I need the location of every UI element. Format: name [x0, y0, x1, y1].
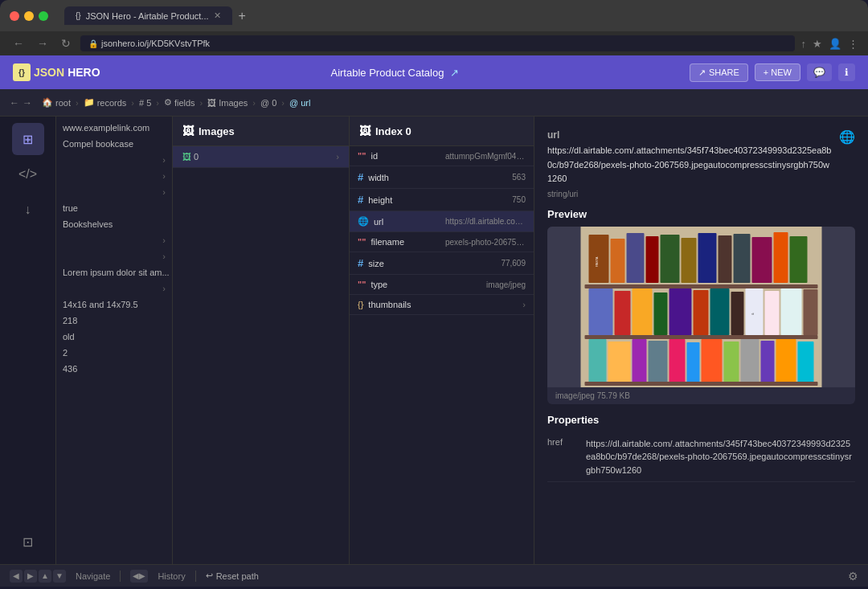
url-breadcrumb-label: url [301, 98, 310, 108]
sidebar-download-button[interactable]: ↓ [12, 194, 44, 226]
field-name-width: width [368, 173, 389, 182]
active-browser-tab[interactable]: {} JSON Hero - Airtable Product... ✕ [64, 6, 232, 25]
images-col-icon: 🖼 [182, 125, 194, 137]
nav-right-button[interactable]: ▶ [24, 570, 37, 583]
explorer-item-arrow-1[interactable] [56, 152, 172, 168]
close-traffic-light[interactable] [10, 11, 19, 21]
tab-title: JSON Hero - Airtable Product... [86, 11, 209, 21]
more-button[interactable]: ⋮ [848, 38, 858, 50]
open-url-button[interactable]: 🌐 [839, 129, 855, 145]
status-divider-1 [120, 571, 121, 582]
share-browser-button[interactable]: ↑ [801, 38, 807, 50]
explorer-item-label: www.examplelink.com [63, 123, 149, 133]
field-icon-size: # [358, 257, 363, 269]
explorer-item-arrow-2[interactable] [56, 168, 172, 184]
field-item-id[interactable]: "" id attumnpGmMgmf04Uz [350, 146, 534, 166]
explorer-item-bookshelves[interactable]: Bookshelves [56, 216, 172, 232]
svg-rect-26 [585, 335, 818, 339]
logo-hero: HERO [68, 66, 100, 79]
explorer-item-label: Lorem ipsum dolor sit am... [63, 268, 170, 277]
images-column: 🖼 Images 🖼 0 › [173, 117, 350, 564]
nav-up-button[interactable]: ▲ [39, 570, 51, 583]
status-bar: ◀ ▶ ▲ ▼ Navigate ◀▶ History ↩ Reset path… [0, 564, 868, 587]
svg-rect-9 [734, 234, 751, 283]
field-item-url[interactable]: 🌐 url https://dl.airtable.com/.attach... [350, 211, 534, 232]
svg-rect-8 [719, 235, 732, 283]
reset-path-label: Reset path [216, 571, 259, 581]
field-item-filename[interactable]: "" filename pexels-photo-2067569.jpeg?..… [350, 232, 534, 252]
field-item-size[interactable]: # size 77,609 [350, 252, 534, 275]
svg-rect-29 [633, 339, 647, 383]
field-item-width[interactable]: # width 563 [350, 166, 534, 189]
field-item-height[interactable]: # height 750 [350, 189, 534, 211]
breadcrumb-images[interactable]: 🖼 Images [207, 98, 248, 108]
breadcrumb-forward-button[interactable]: → [23, 97, 32, 108]
nav-down-button[interactable]: ▼ [53, 570, 66, 583]
images-label: Images [219, 98, 248, 108]
images-item-0[interactable]: 🖼 0 › [173, 146, 349, 168]
field-value-id: attumnpGmMgmf04Uz [445, 152, 526, 161]
app-container: {} JSONHERO Airtable Product Catalog ↗ ↗… [0, 55, 868, 587]
status-settings-button[interactable]: ⚙ [848, 570, 858, 583]
preview-meta: image/jpeg 75.79 KB [547, 387, 855, 404]
thumbnails-arrow: › [522, 300, 526, 309]
breadcrumb-back-button[interactable]: ← [10, 97, 19, 108]
explorer-item-lorem[interactable]: Lorem ipsum dolor sit am... [56, 264, 172, 280]
breadcrumb-5[interactable]: # 5 [139, 98, 151, 108]
records-label: records [97, 98, 127, 108]
tab-close-button[interactable]: ✕ [214, 10, 221, 21]
at-icon-1: @ [260, 98, 269, 108]
sidebar-code-button[interactable]: </> [12, 158, 44, 190]
explorer-item-2[interactable]: 2 [56, 345, 172, 361]
svg-rect-39 [585, 382, 818, 386]
explorer-item-true[interactable]: true [56, 200, 172, 216]
field-value-type: image/jpeg [486, 280, 526, 289]
new-button[interactable]: + NEW [755, 63, 800, 81]
info-button[interactable]: ℹ [838, 63, 855, 81]
field-name-id: id [371, 151, 378, 161]
breadcrumb-records[interactable]: 📁 records [84, 97, 127, 108]
minimize-traffic-light[interactable] [24, 11, 34, 21]
bookmark-button[interactable]: ★ [813, 38, 822, 50]
history-prev-button[interactable]: ◀▶ [130, 570, 148, 583]
explorer-item-arrow-6[interactable] [56, 280, 172, 297]
field-left-height: # height [358, 194, 392, 206]
share-button[interactable]: ↗ SHARE [690, 63, 748, 82]
refresh-button[interactable]: ↻ [58, 35, 74, 51]
breadcrumb-root[interactable]: 🏠 root [42, 97, 71, 108]
explorer-item-14x16[interactable]: 14x16 and 14x79.5 [56, 297, 172, 313]
url-bar[interactable]: 🔒 jsonhero.io/j/KD5KVstvTPfk [80, 35, 795, 51]
discord-button[interactable]: 💬 [807, 63, 832, 81]
breadcrumb-fields[interactable]: ⚙ fields [164, 97, 195, 108]
explorer-item-arrow-4[interactable] [56, 232, 172, 248]
field-icon-filename: "" [358, 237, 366, 247]
detail-panel: url https://dl.airtable.com/.attachments… [534, 117, 868, 564]
forward-button[interactable]: → [34, 35, 51, 51]
explorer-item-old[interactable]: old [56, 329, 172, 345]
field-item-thumbnails[interactable]: {} thumbnails › [350, 295, 534, 315]
profile-button[interactable]: 👤 [829, 38, 841, 50]
at-icon-2: @ [289, 98, 298, 108]
sidebar-grid-button[interactable]: ⊞ [12, 123, 44, 155]
field-item-type[interactable]: "" type image/jpeg [350, 275, 534, 295]
reset-path-button[interactable]: ↩ Reset path [206, 571, 259, 581]
nav-left-button[interactable]: ◀ [10, 570, 23, 583]
fullscreen-traffic-light[interactable] [39, 11, 48, 21]
explorer-item-compel[interactable]: Compel bookcase [56, 136, 172, 152]
breadcrumb-0[interactable]: @ 0 [260, 98, 276, 108]
explorer-item-examplelink[interactable]: www.examplelink.com [56, 120, 172, 136]
prop-key-href: href [547, 437, 579, 477]
field-icon-type: "" [358, 280, 366, 289]
app-title-link-icon[interactable]: ↗ [450, 67, 459, 79]
new-tab-button[interactable]: + [232, 9, 252, 23]
explorer-item-arrow-5[interactable] [56, 248, 172, 264]
explorer-item-arrow-3[interactable] [56, 184, 172, 200]
back-button[interactable]: ← [10, 35, 27, 51]
explorer-item-218[interactable]: 218 [56, 313, 172, 329]
browser-nav-bar: ← → ↻ 🔒 jsonhero.io/j/KD5KVstvTPfk ↑ ★ 👤… [0, 31, 868, 55]
svg-rect-16 [633, 288, 653, 335]
index-fields-list: "" id attumnpGmMgmf04Uz # width 563 [350, 146, 534, 564]
breadcrumb-url[interactable]: @ url [289, 98, 310, 108]
explorer-item-436[interactable]: 436 [56, 361, 172, 377]
sidebar-settings-button[interactable]: ⊡ [12, 526, 44, 558]
